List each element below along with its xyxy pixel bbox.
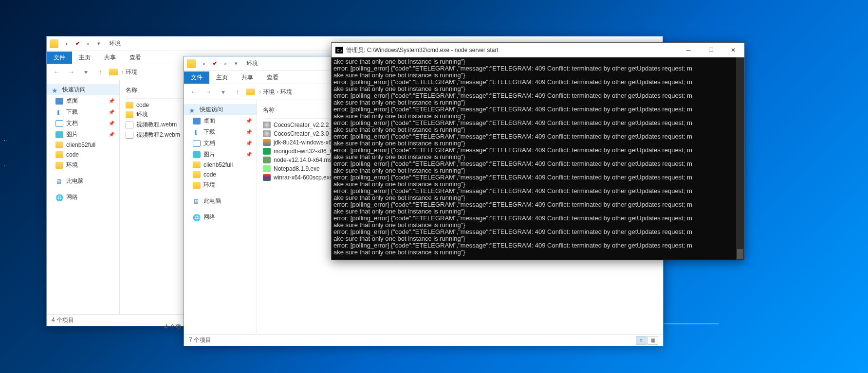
webm-icon — [126, 122, 133, 128]
tab-share[interactable]: 共享 — [97, 52, 123, 64]
sidebar-network[interactable]: 网络 — [184, 212, 257, 223]
file-name: 视频教程2.webm — [136, 131, 180, 139]
sidebar-item-label: code — [203, 171, 216, 178]
qat-check-icon[interactable]: ✔ — [73, 39, 82, 48]
tab-file[interactable]: 文件 — [184, 71, 209, 84]
tab-home[interactable]: 主页 — [72, 52, 97, 64]
cmd-titlebar[interactable]: C:\ 管理员: C:\Windows\System32\cmd.exe - n… — [332, 43, 744, 57]
notepad-icon — [263, 165, 271, 172]
chevron-right-icon: › — [122, 69, 124, 75]
folder-icon — [187, 59, 196, 68]
quick-access-toolbar: ▪ ✔ ▫ ▾ — [62, 39, 103, 48]
qat-item[interactable]: ▫ — [84, 39, 92, 48]
cmd-line: error: [polling_error] {"code":"ETELEGRA… — [333, 174, 742, 181]
nav-dropdown-icon[interactable]: ▾ — [80, 66, 92, 78]
pc-icon — [55, 178, 63, 185]
folder-icon — [246, 89, 255, 95]
tab-view[interactable]: 查看 — [260, 71, 285, 84]
sidebar-item[interactable]: 桌面📌 — [47, 95, 119, 107]
tab-share[interactable]: 共享 — [235, 71, 260, 84]
mongo-icon — [263, 148, 271, 155]
qat-item[interactable]: ▪ — [200, 59, 208, 68]
sidebar-quick-access[interactable]: 快速访问 — [184, 104, 257, 115]
cmd-line: error: [polling_error] {"code":"ETELEGRA… — [333, 92, 742, 99]
scrollbar[interactable] — [736, 57, 744, 260]
quick-access-toolbar: ▪ ✔ ▫ ▾ — [200, 59, 240, 68]
qat-item[interactable]: ▪ — [62, 39, 71, 48]
sidebar-item-label: clienb52full — [66, 142, 95, 148]
qat-dropdown-icon[interactable]: ▾ — [232, 59, 240, 68]
sidebar-item-label: 桌面 — [203, 117, 215, 125]
tab-home[interactable]: 主页 — [209, 71, 235, 84]
desktop-icons: .. .. — [4, 136, 7, 167]
cmd-line: ake sure that only one bot instance is r… — [333, 126, 742, 133]
sidebar-item[interactable]: 文档📌 — [184, 138, 257, 149]
sidebar-quick-access[interactable]: 快速访问 — [47, 84, 119, 95]
sidebar-item[interactable]: 文档📌 — [47, 118, 119, 129]
sidebar-item[interactable]: 桌面📌 — [184, 115, 257, 126]
scrollbar-thumb[interactable] — [737, 249, 743, 259]
sidebar-item[interactable]: clienb52full — [47, 140, 119, 150]
desktop-icon[interactable]: .. — [4, 161, 7, 167]
pin-icon: 📌 — [246, 141, 252, 146]
cmd-line: error: [polling_error] {"code":"ETELEGRA… — [333, 106, 742, 113]
sidebar-label: 网络 — [203, 213, 215, 221]
sidebar-item[interactable]: 图片📌 — [184, 149, 257, 160]
pin-icon: 📌 — [246, 118, 252, 124]
sidebar-this-pc[interactable]: 此电脑 — [47, 176, 119, 187]
tab-file[interactable]: 文件 — [47, 52, 72, 64]
folder-icon — [55, 162, 63, 169]
sidebar-item[interactable]: 环境 — [47, 160, 119, 171]
sidebar-network[interactable]: 网络 — [47, 192, 119, 203]
sidebar-item-label: 桌面 — [66, 97, 78, 105]
cmd-output[interactable]: ake sure that only one bot instance is r… — [332, 57, 744, 260]
qat-dropdown-icon[interactable]: ▾ — [94, 39, 103, 48]
icons-view-icon[interactable]: ▦ — [647, 336, 658, 345]
pin-icon: 📌 — [246, 152, 252, 157]
close-button[interactable]: ✕ — [722, 43, 744, 57]
breadcrumb[interactable]: › 环境 › 环境 — [246, 88, 292, 96]
cmd-window: C:\ 管理员: C:\Windows\System32\cmd.exe - n… — [331, 42, 745, 260]
nav-forward-icon[interactable]: → — [65, 66, 77, 78]
breadcrumb-segment[interactable]: 环境 — [280, 88, 292, 96]
pin-icon: 📌 — [246, 129, 252, 135]
cmd-line: ake sure that only one bot instance is r… — [333, 154, 742, 160]
sidebar-item[interactable]: 环境 — [184, 179, 257, 191]
breadcrumb-segment[interactable]: 环境 — [263, 88, 275, 96]
nav-up-icon[interactable]: ↑ — [232, 86, 243, 98]
status-text: 7 个项目 — [189, 336, 211, 344]
view-toggle: ≡ ▦ — [636, 336, 658, 345]
sidebar-item[interactable]: code — [47, 150, 119, 160]
sidebar-item-label: 环境 — [203, 181, 215, 189]
maximize-button[interactable]: ☐ — [700, 43, 722, 57]
minimize-button[interactable]: ─ — [677, 43, 700, 57]
qat-check-icon[interactable]: ✔ — [210, 59, 219, 68]
nav-back-icon[interactable]: ← — [51, 66, 62, 78]
pic-icon — [193, 151, 201, 158]
cmd-title: 管理员: C:\Windows\System32\cmd.exe - node … — [346, 46, 499, 54]
sidebar: 快速访问 桌面📌下载📌文档📌图片📌clienb52fullcode环境 此电脑 … — [184, 100, 257, 334]
sidebar-item[interactable]: 下载📌 — [47, 107, 119, 118]
sidebar-item[interactable]: code — [184, 170, 257, 179]
nav-back-icon[interactable]: ← — [188, 86, 200, 98]
breadcrumb-segment[interactable]: 环境 — [126, 68, 137, 76]
breadcrumb[interactable]: › 环境 — [109, 68, 137, 76]
nav-up-icon[interactable]: ↑ — [94, 66, 106, 78]
qat-item[interactable]: ▫ — [221, 59, 230, 68]
sidebar-this-pc[interactable]: 此电脑 — [184, 195, 257, 207]
cmd-line: error: [polling_error] {"code":"ETELEGRA… — [333, 147, 742, 154]
sidebar-item[interactable]: 下载📌 — [184, 126, 257, 138]
cmd-line: error: [polling_error] {"code":"ETELEGRA… — [333, 133, 742, 140]
star-icon — [189, 107, 197, 113]
cmd-line: error: [polling_error] {"code":"ETELEGRA… — [333, 79, 742, 86]
details-view-icon[interactable]: ≡ — [636, 336, 646, 345]
nav-forward-icon[interactable]: → — [203, 86, 214, 98]
tab-view[interactable]: 查看 — [123, 52, 148, 64]
desktop-icon[interactable]: .. — [4, 136, 7, 142]
pic-icon — [55, 131, 63, 138]
nav-dropdown-icon[interactable]: ▾ — [217, 86, 229, 98]
sidebar-item[interactable]: clienb52full — [184, 160, 257, 170]
sidebar-item[interactable]: 图片📌 — [47, 129, 119, 140]
cmd-line: error: [polling_error] {"code":"ETELEGRA… — [333, 65, 742, 72]
file-name: Notepad8.1.9.exe — [274, 165, 320, 172]
